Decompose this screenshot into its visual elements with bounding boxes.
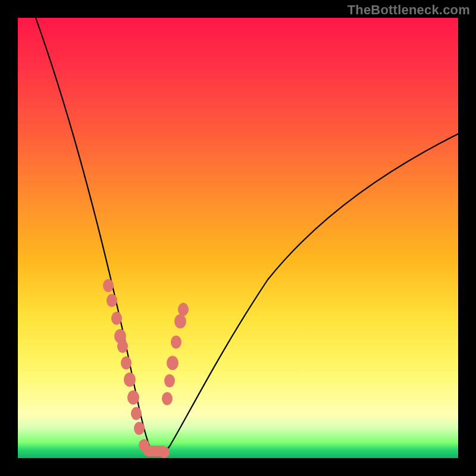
watermark-text: TheBottleneck.com [347, 2, 470, 18]
sample-dot [124, 372, 136, 387]
sample-dot [164, 374, 175, 387]
sample-dot [103, 279, 114, 292]
sample-dot [162, 392, 173, 405]
plot-area [18, 18, 458, 458]
sample-dot [121, 356, 131, 369]
sample-dot [171, 336, 181, 349]
bottleneck-curve [36, 18, 458, 455]
sample-dot [127, 390, 139, 405]
sample-dot [178, 303, 189, 316]
sample-dot [167, 356, 178, 370]
sample-dot [159, 446, 170, 458]
sample-dot [107, 294, 117, 307]
sample-dot [174, 314, 186, 328]
sample-dot [131, 407, 142, 420]
sample-dot [111, 312, 122, 325]
sample-dot [134, 422, 145, 435]
outer-frame: TheBottleneck.com [0, 0, 476, 476]
sample-dot [117, 340, 128, 353]
chart-overlay [18, 18, 458, 458]
sample-dot [139, 439, 149, 451]
